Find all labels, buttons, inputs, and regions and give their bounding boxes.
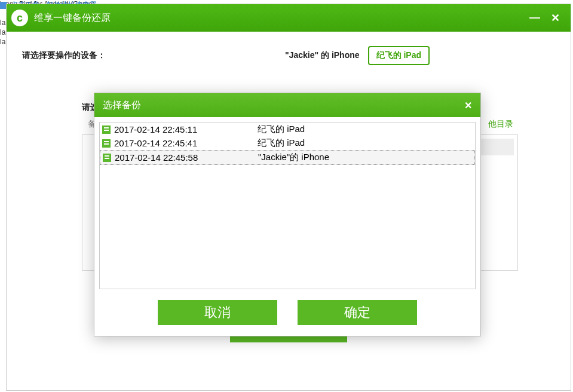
backup-device: 纪飞的 iPad [258,124,473,135]
modal-close-button[interactable]: ✕ [464,100,472,111]
main-body: 请选择要操作的设备： "Jackie" 的 iPhone 纪飞的 iPad 请选… [7,32,571,390]
bg-partial-1: la [0,19,5,27]
backup-list[interactable]: 2017-02-14 22:45:11纪飞的 iPad2017-02-14 22… [99,122,476,289]
backup-row[interactable]: 2017-02-14 22:45:11纪飞的 iPad [100,122,475,136]
bg-partial-2: la [0,28,5,36]
document-icon [103,154,111,162]
app-logo: c [11,10,28,26]
backup-row[interactable]: 2017-02-14 22:45:41纪飞的 iPad [100,136,475,150]
device-option-iphone[interactable]: "Jackie" 的 iPhone [285,47,360,65]
modal-title: 选择备份 [103,99,141,112]
bg-partial-3: la [0,38,5,46]
select-backup-modal: 选择备份 ✕ 2017-02-14 22:45:11纪飞的 iPad2017-0… [94,93,481,336]
modal-header: 选择备份 ✕ [94,93,480,117]
backup-time: 2017-02-14 22:45:11 [114,124,258,134]
close-button[interactable]: ✕ [551,11,560,24]
backup-device: 纪飞的 iPad [258,137,473,149]
other-dir-link[interactable]: 他目录 [488,119,513,130]
backup-row[interactable]: 2017-02-14 22:45:58"Jackie"的 iPhone [100,150,475,165]
minimize-button[interactable]: — [529,11,540,24]
backup-device: "Jackie"的 iPhone [258,152,472,163]
titlebar: c 维享一键备份还原 — ✕ [7,4,571,32]
document-icon [102,139,111,148]
window-title: 维享一键备份还原 [34,12,529,24]
cancel-button[interactable]: 取消 [158,300,277,325]
backup-time: 2017-02-14 22:45:58 [115,152,258,163]
device-option-ipad[interactable]: 纪飞的 iPad [368,46,430,65]
logo-icon: c [17,12,23,24]
document-icon [102,125,111,134]
device-selector-row: 请选择要操作的设备： "Jackie" 的 iPhone 纪飞的 iPad [22,32,555,76]
confirm-button[interactable]: 确定 [298,300,417,325]
main-window: c 维享一键备份还原 — ✕ 请选择要操作的设备： "Jackie" 的 iPh… [6,4,571,391]
backup-time: 2017-02-14 22:45:41 [114,138,258,148]
device-label: 请选择要操作的设备： [22,50,106,61]
